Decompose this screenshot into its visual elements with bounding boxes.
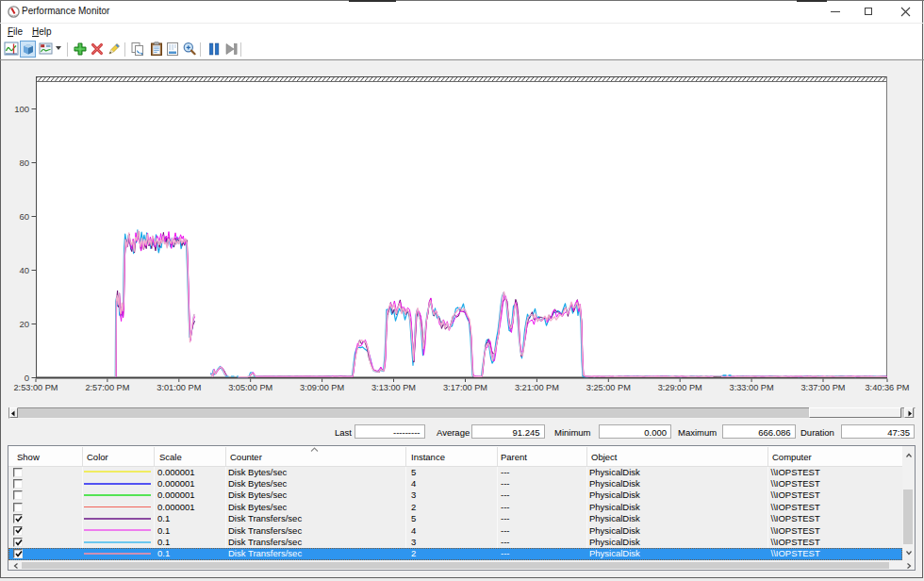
svg-text:2:57:00 PM: 2:57:00 PM: [85, 383, 129, 392]
svg-text:0: 0: [25, 373, 29, 383]
svg-text:3:05:00 PM: 3:05:00 PM: [228, 383, 272, 392]
svg-text:100: 100: [14, 104, 29, 114]
svg-text:3:13:00 PM: 3:13:00 PM: [371, 383, 416, 392]
svg-text:60: 60: [19, 211, 29, 222]
svg-text:2:53:00 PM: 2:53:00 PM: [14, 383, 58, 392]
svg-text:3:29:00 PM: 3:29:00 PM: [658, 383, 702, 392]
svg-text:40: 40: [19, 265, 29, 275]
svg-text:3:09:00 PM: 3:09:00 PM: [300, 383, 344, 392]
svg-text:3:40:36 PM: 3:40:36 PM: [866, 383, 910, 392]
svg-text:3:37:00 PM: 3:37:00 PM: [801, 383, 846, 392]
svg-text:3:21:00 PM: 3:21:00 PM: [515, 383, 559, 392]
svg-text:3:33:00 PM: 3:33:00 PM: [730, 383, 774, 392]
svg-text:20: 20: [19, 319, 29, 329]
svg-text:3:01:00 PM: 3:01:00 PM: [157, 383, 201, 392]
svg-text:3:17:00 PM: 3:17:00 PM: [443, 383, 487, 392]
svg-text:80: 80: [19, 158, 29, 168]
svg-text:3:25:00 PM: 3:25:00 PM: [586, 383, 631, 392]
